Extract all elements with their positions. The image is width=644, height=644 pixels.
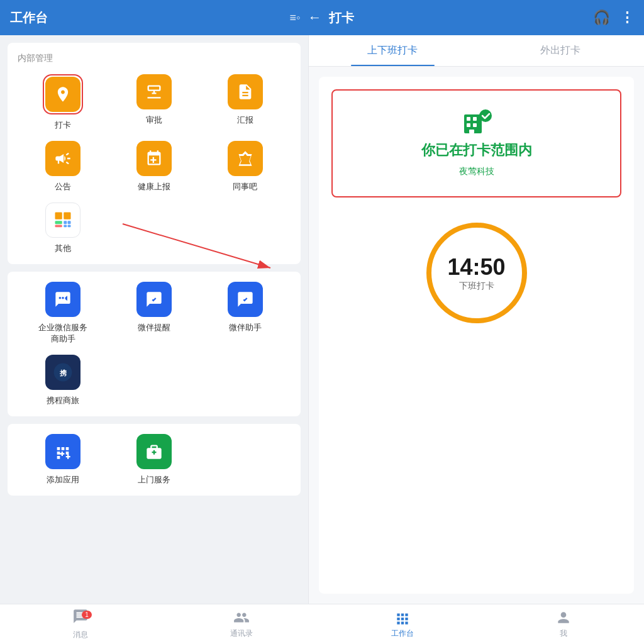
header-title-left: 工作台	[10, 9, 290, 26]
header-right-icons: 🎧 ⋮	[354, 9, 634, 26]
health-icon	[145, 150, 163, 167]
announcement-icon	[54, 150, 72, 167]
grid-label-xicheng: 携程商旅	[47, 395, 79, 406]
grid-item-qywx[interactable]: 企业微信服务商助手	[18, 282, 109, 345]
service-icon	[145, 443, 163, 460]
grid-label-jiankang: 健康上报	[138, 181, 170, 192]
header-bar: 工作台 ≡◦ ← 打卡 🎧 ⋮	[0, 0, 644, 35]
headset-icon[interactable]: 🎧	[593, 9, 610, 26]
nav-me[interactable]: 我	[483, 604, 644, 644]
trip-icon: 携	[53, 362, 73, 382]
grid-label-weipei: 微伴提醒	[138, 322, 170, 333]
right-main: 你已在打卡范围内 夜莺科技 14:50 下班打卡	[319, 77, 634, 594]
workbench-icon	[394, 609, 411, 626]
grid-item-jiankang[interactable]: 健康上报	[109, 141, 200, 192]
colleague-icon	[236, 150, 254, 167]
svg-text:携: 携	[59, 369, 67, 377]
header-title-center: 打卡	[329, 9, 354, 26]
grid-label-add: 添加应用	[47, 474, 79, 486]
status-main-text: 你已在打卡范围内	[421, 141, 532, 160]
msg-badge: 1	[82, 611, 92, 619]
svg-rect-14	[473, 117, 477, 121]
grid-item-tongshi[interactable]: 同事吧	[199, 141, 291, 192]
grid-label-shenpi: 审批	[146, 114, 162, 126]
tab-bar: 上下班打卡 外出打卡	[309, 35, 644, 67]
grid-item-shenpi[interactable]: 审批	[109, 74, 200, 131]
main-content: 内部管理 打卡	[0, 35, 644, 604]
profile-icon	[555, 609, 572, 626]
clock-time: 14:50	[447, 254, 505, 280]
grid-label-tongshi: 同事吧	[233, 181, 257, 192]
grid-item-other[interactable]: 其他	[18, 203, 109, 254]
grid-item-gonggao[interactable]: 公告	[18, 141, 109, 192]
grid-label-huibao: 汇报	[237, 114, 253, 126]
svg-point-18	[479, 109, 492, 122]
grid-label-weizhushou: 微伴助手	[229, 322, 262, 333]
status-sub-text: 夜莺科技	[459, 166, 494, 177]
grid-add: 添加应用 上门服务	[18, 434, 291, 486]
stamp-icon	[145, 83, 163, 101]
svg-rect-17	[469, 130, 474, 133]
svg-rect-5	[68, 221, 71, 224]
svg-rect-3	[55, 225, 62, 228]
section-add: 添加应用 上门服务	[8, 424, 301, 496]
nav-msg-icon-wrap: 1	[72, 608, 89, 627]
contacts-icon	[233, 609, 250, 626]
grid-label-gonggao: 公告	[55, 181, 71, 192]
clock-label: 下班打卡	[459, 280, 494, 292]
bottom-nav: 1 消息 通讯录 工作台 我	[0, 604, 644, 644]
grid-item-xicheng[interactable]: 携 携程商旅	[18, 355, 109, 406]
tab-waichu[interactable]: 外出打卡	[477, 35, 645, 66]
grid-label-other: 其他	[55, 243, 71, 254]
grid-label-shangmen: 上门服务	[138, 474, 170, 486]
svg-rect-6	[64, 225, 67, 228]
grid-item-shangmen[interactable]: 上门服务	[109, 434, 200, 486]
assistant-icon	[236, 291, 254, 308]
grid-services: 企业微信服务商助手 微伴提醒	[18, 282, 291, 406]
svg-rect-15	[467, 123, 470, 127]
svg-rect-16	[473, 123, 477, 127]
nav-label-workbench: 工作台	[391, 628, 414, 639]
svg-rect-7	[68, 225, 71, 228]
section-neibuu: 内部管理 打卡	[8, 43, 301, 264]
nav-label-me: 我	[560, 628, 567, 639]
building-check-icon	[462, 109, 492, 135]
grid-item-add[interactable]: 添加应用	[18, 434, 109, 486]
app-root: 工作台 ≡◦ ← 打卡 🎧 ⋮ 内部管理	[0, 0, 644, 644]
location-icon	[54, 86, 72, 103]
svg-rect-1	[64, 213, 71, 219]
grid-neibu: 打卡 审批	[18, 74, 291, 192]
tab-shangxiaban[interactable]: 上下班打卡	[309, 35, 477, 66]
status-box: 你已在打卡范围内 夜莺科技	[331, 89, 621, 197]
svg-rect-4	[64, 221, 67, 224]
clock-wrap[interactable]: 14:50 下班打卡	[426, 223, 527, 323]
grid-item-huibao[interactable]: 汇报	[199, 74, 291, 131]
grid-item-weipei[interactable]: 微伴提醒	[109, 282, 200, 345]
other-section: 其他	[18, 203, 291, 254]
section-title-neibu: 内部管理	[18, 53, 291, 64]
other-apps-icon	[53, 211, 72, 230]
grid-item-daka[interactable]: 打卡	[18, 74, 109, 131]
report-icon	[236, 83, 254, 101]
svg-rect-0	[55, 213, 62, 219]
grid-label-qywx: 企业微信服务商助手	[38, 322, 87, 345]
reminder-icon	[145, 291, 163, 308]
status-icon-area	[462, 109, 492, 135]
filter-icon[interactable]: ≡◦	[290, 11, 301, 25]
nav-label-contacts: 通讯录	[230, 628, 253, 639]
nav-workbench[interactable]: 工作台	[322, 604, 483, 644]
nav-msg[interactable]: 1 消息	[0, 603, 161, 644]
svg-rect-13	[467, 117, 470, 121]
add-app-icon	[54, 443, 72, 460]
grid-item-weizhushou[interactable]: 微伴助手	[199, 282, 291, 345]
left-panel: 内部管理 打卡	[0, 35, 308, 604]
header-center: ≡◦ ← 打卡	[290, 9, 355, 26]
nav-label-msg: 消息	[73, 630, 88, 640]
nav-contacts[interactable]: 通讯录	[161, 604, 322, 644]
clock-circle[interactable]: 14:50 下班打卡	[426, 223, 527, 323]
grid-label-daka: 打卡	[55, 119, 71, 131]
svg-rect-2	[55, 221, 62, 224]
more-icon[interactable]: ⋮	[620, 9, 634, 26]
back-button[interactable]: ←	[308, 9, 321, 26]
section-services: 企业微信服务商助手 微伴提醒	[8, 272, 301, 416]
